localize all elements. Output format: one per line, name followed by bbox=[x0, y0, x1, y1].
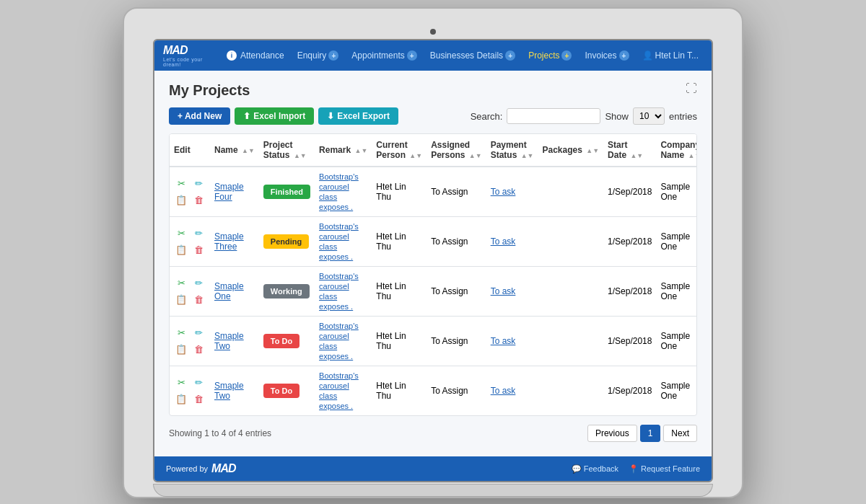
col-payment[interactable]: PaymentStatus ▲▼ bbox=[486, 134, 538, 167]
payment-link-4[interactable]: To ask bbox=[491, 386, 516, 396]
prev-button[interactable]: Previous bbox=[587, 425, 637, 442]
packages-cell-1 bbox=[538, 217, 604, 267]
show-label: Show bbox=[605, 111, 629, 122]
excel-export-label: Excel Export bbox=[337, 111, 390, 121]
packages-cell-4 bbox=[538, 366, 604, 416]
project-name-link-0[interactable]: Smaple Four bbox=[214, 182, 244, 202]
payment-link-0[interactable]: To ask bbox=[491, 187, 516, 197]
edit-icon-1[interactable]: ✏ bbox=[191, 226, 206, 241]
col-remark[interactable]: Remark ▲▼ bbox=[315, 134, 372, 167]
view-icon-0[interactable]: 📋 bbox=[174, 193, 188, 208]
edit-cell-2: ✂ ✏ 📋 🗑 bbox=[170, 267, 210, 317]
project-name-link-1[interactable]: Smaple Three bbox=[214, 231, 244, 252]
payment-link-2[interactable]: To ask bbox=[491, 286, 516, 296]
add-new-button[interactable]: + Add New bbox=[169, 107, 230, 125]
company-cell-3: Sample One bbox=[656, 317, 697, 366]
footer-brand: Powered by MAD bbox=[166, 462, 236, 475]
projects-plus-icon: + bbox=[561, 50, 572, 61]
laptop-camera bbox=[430, 29, 436, 35]
delete-icon-0[interactable]: 🗑 bbox=[191, 193, 206, 208]
appointments-plus-icon: + bbox=[407, 50, 417, 61]
remark-link-2[interactable]: Bootstrap's carousel class exposes . bbox=[319, 272, 359, 311]
nav-invoices[interactable]: Invoices + bbox=[580, 48, 633, 63]
status-badge-4: To Do bbox=[263, 384, 299, 398]
project-name-link-3[interactable]: Smaple Two bbox=[214, 331, 244, 351]
copy-icon-0[interactable]: ✂ bbox=[174, 177, 188, 191]
delete-icon-2[interactable]: 🗑 bbox=[191, 293, 206, 307]
nav-attendance-label: Attendance bbox=[240, 50, 284, 61]
fullscreen-icon[interactable]: ⛶ bbox=[686, 82, 697, 95]
copy-icon-2[interactable]: ✂ bbox=[174, 276, 188, 291]
feedback-link[interactable]: 💬 Feedback bbox=[572, 464, 618, 474]
page-title: My Projects bbox=[169, 82, 250, 99]
show-select[interactable]: 10 25 50 bbox=[633, 107, 665, 125]
delete-icon-4[interactable]: 🗑 bbox=[191, 392, 206, 407]
col-company[interactable]: CompanyName ▲▼ bbox=[656, 134, 697, 167]
payment-link-3[interactable]: To ask bbox=[491, 336, 516, 346]
edit-icon-3[interactable]: ✏ bbox=[191, 326, 206, 340]
col-current-person[interactable]: CurrentPerson ▲▼ bbox=[372, 134, 427, 167]
col-assigned[interactable]: AssignedPersons ▲▼ bbox=[427, 134, 486, 167]
copy-icon-4[interactable]: ✂ bbox=[174, 376, 188, 390]
remark-link-0[interactable]: Bootstrap's carousel class exposes . bbox=[319, 172, 359, 211]
nav-user[interactable]: 👤 Htet Lin T... bbox=[638, 48, 703, 63]
view-icon-2[interactable]: 📋 bbox=[174, 293, 188, 307]
feedback-icon: 💬 bbox=[572, 464, 582, 474]
payment-cell-4: To ask bbox=[486, 366, 538, 416]
remark-cell-2: Bootstrap's carousel class exposes . bbox=[315, 267, 372, 317]
delete-icon-3[interactable]: 🗑 bbox=[191, 342, 206, 357]
name-cell-0: Smaple Four bbox=[210, 167, 259, 217]
brand-logo[interactable]: MAD Let's code your dream! bbox=[163, 44, 206, 67]
edit-icon-0[interactable]: ✏ bbox=[191, 177, 206, 191]
request-feature-link[interactable]: 📍 Request Feature bbox=[629, 464, 700, 474]
remark-link-1[interactable]: Bootstrap's carousel class exposes . bbox=[319, 222, 359, 261]
nav-appointments[interactable]: Appointments + bbox=[347, 48, 421, 63]
footer-mad-logo: MAD bbox=[211, 462, 235, 475]
edit-icon-2[interactable]: ✏ bbox=[191, 276, 206, 291]
remark-link-3[interactable]: Bootstrap's carousel class exposes . bbox=[319, 322, 359, 361]
excel-import-label: Excel Import bbox=[253, 111, 305, 121]
excel-export-button[interactable]: ⬇ Excel Export bbox=[318, 107, 398, 125]
copy-icon-3[interactable]: ✂ bbox=[174, 326, 188, 340]
feedback-label: Feedback bbox=[584, 464, 618, 473]
nav-businesses[interactable]: Businesses Details + bbox=[426, 48, 520, 63]
project-name-link-2[interactable]: Smaple One bbox=[214, 281, 244, 301]
packages-cell-0 bbox=[538, 167, 604, 217]
remark-link-4[interactable]: Bootstrap's carousel class exposes . bbox=[319, 371, 359, 410]
col-project-status[interactable]: ProjectStatus ▲▼ bbox=[259, 134, 315, 167]
remark-cell-4: Bootstrap's carousel class exposes . bbox=[315, 366, 372, 416]
nav-enquiry[interactable]: Enquiry + bbox=[293, 48, 344, 63]
toolbar: + Add New ⬆ Excel Import ⬇ Excel Export … bbox=[169, 107, 697, 125]
col-name[interactable]: Name ▲▼ bbox=[210, 134, 259, 167]
col-packages[interactable]: Packages ▲▼ bbox=[538, 134, 604, 167]
payment-cell-1: To ask bbox=[486, 217, 538, 267]
edit-icon-4[interactable]: ✏ bbox=[191, 376, 206, 390]
table-header-row: Edit Name ▲▼ ProjectStatus ▲▼ Remark ▲▼ … bbox=[170, 134, 697, 167]
view-icon-3[interactable]: 📋 bbox=[174, 342, 188, 357]
nav-attendance[interactable]: i Attendance bbox=[222, 48, 289, 63]
table-row: ✂ ✏ 📋 🗑 Smaple Four Finished Bootstrap's… bbox=[170, 167, 697, 217]
main-content: My Projects ⛶ + Add New ⬆ Excel Import ⬇… bbox=[154, 71, 712, 456]
delete-icon-1[interactable]: 🗑 bbox=[191, 243, 206, 257]
excel-import-button[interactable]: ⬆ Excel Import bbox=[235, 107, 314, 125]
page-1-button[interactable]: 1 bbox=[640, 425, 661, 442]
view-icon-4[interactable]: 📋 bbox=[174, 392, 188, 407]
remark-cell-3: Bootstrap's carousel class exposes . bbox=[315, 317, 372, 366]
packages-cell-2 bbox=[538, 267, 604, 317]
payment-cell-3: To ask bbox=[486, 317, 538, 366]
next-button[interactable]: Next bbox=[663, 425, 697, 442]
project-name-link-4[interactable]: Smaple Two bbox=[214, 381, 244, 401]
nav-projects-label: Projects bbox=[528, 50, 559, 61]
current-person-cell-4: Htet Lin Thu bbox=[372, 366, 427, 416]
company-cell-1: Sample One bbox=[656, 217, 697, 267]
copy-icon-1[interactable]: ✂ bbox=[174, 226, 188, 241]
nav-projects[interactable]: Projects + bbox=[524, 48, 576, 63]
col-start-date[interactable]: StartDate ▲▼ bbox=[603, 134, 656, 167]
payment-link-1[interactable]: To ask bbox=[491, 236, 516, 247]
table-row: ✂ ✏ 📋 🗑 Smaple Two To Do Bootstrap's car… bbox=[170, 366, 697, 416]
nav-invoices-label: Invoices bbox=[585, 50, 616, 61]
name-cell-3: Smaple Two bbox=[210, 317, 259, 366]
table-row: ✂ ✏ 📋 🗑 Smaple Two To Do Bootstrap's car… bbox=[170, 317, 697, 366]
search-input[interactable] bbox=[507, 108, 600, 124]
view-icon-1[interactable]: 📋 bbox=[174, 243, 188, 257]
